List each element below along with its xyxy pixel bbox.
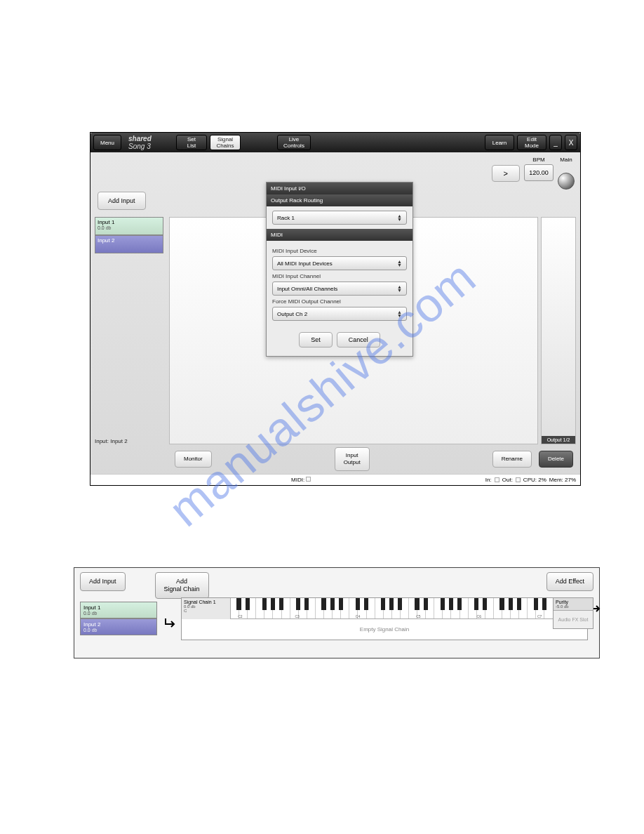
out-led — [516, 477, 521, 482]
main-label: Main — [558, 157, 575, 163]
rack-dropdown[interactable]: Rack 1 ▲▼ — [272, 211, 407, 225]
cancel-button[interactable]: Cancel — [337, 332, 380, 348]
f2-add-input-button[interactable]: Add Input — [80, 572, 126, 591]
bpm-value[interactable]: 120.00 — [524, 164, 554, 181]
effect-box[interactable]: Purity -5.0 db Audio FX Slot — [553, 597, 593, 629]
bpm-box: BPM 120.00 — [524, 157, 554, 181]
output-label: Output 1/2 — [542, 436, 575, 444]
midi-device-dropdown[interactable]: All MIDI Input Devices ▲▼ — [272, 256, 407, 270]
down-icon: ▼ — [397, 218, 402, 221]
main-area: Add Input Input 1 0.0 db Input 2 Output … — [90, 192, 580, 444]
livecontrols-tab[interactable]: Live Controls — [277, 135, 311, 150]
f2-input-1[interactable]: Input 1 0.0 db — [80, 602, 157, 618]
effect-slot[interactable]: Audio FX Slot — [554, 611, 593, 628]
io-button[interactable]: Input Output — [335, 447, 370, 471]
label-midi-channel: MIDI Input Channel — [272, 273, 407, 279]
status-mem: Mem: 27% — [549, 477, 576, 483]
f2-input-2[interactable]: Input 2 0.0 db — [80, 618, 157, 635]
app-window: Menu shared Song 3 Set List Signal Chain… — [90, 132, 581, 486]
signalchains-tab[interactable]: Signal Chains — [210, 135, 241, 150]
chain-label: Signal Chain 1 0.0 db C — [182, 598, 231, 619]
editmode-button[interactable]: Edit Mode — [517, 135, 546, 150]
current-input-tag: Input: Input 2 — [95, 438, 128, 444]
midi-channel-dropdown[interactable]: Input Omni/All Channels ▲▼ — [272, 282, 407, 296]
minimize-button[interactable]: _ — [549, 135, 562, 150]
learn-button[interactable]: Learn — [485, 135, 514, 150]
play-button[interactable]: > — [492, 165, 520, 182]
status-out: Out: — [502, 477, 513, 483]
input-row-1[interactable]: Input 1 0.0 db — [95, 217, 163, 235]
main-box: Main — [558, 157, 575, 192]
input-list: Input 1 0.0 db Input 2 — [95, 217, 163, 253]
delete-button[interactable]: Delete — [539, 451, 573, 468]
song-name: shared Song 3 — [124, 135, 173, 150]
rename-button[interactable]: Rename — [492, 451, 532, 468]
status-in: In: — [485, 477, 492, 483]
input-row-2[interactable]: Input 2 — [95, 235, 163, 253]
bottom-controls: Monitor Input Output Rename Delete — [90, 444, 580, 474]
figure-2: Add Input Add Signal Chain Add Effect In… — [74, 567, 600, 658]
set-button[interactable]: Set — [299, 332, 333, 348]
f2-input-list: Input 1 0.0 db Input 2 0.0 db — [74, 602, 157, 635]
signal-chain-box[interactable]: Signal Chain 1 0.0 db C C2 C3 C4 C5 C6 C… — [181, 597, 588, 640]
setlist-tab[interactable]: Set List — [176, 135, 207, 150]
arrow-1-icon — [164, 617, 178, 631]
output-channel-dropdown[interactable]: Output Ch 2 ▲▼ — [272, 307, 407, 321]
f2-add-chain-button[interactable]: Add Signal Chain — [155, 572, 209, 599]
keyboard[interactable]: C2 C3 C4 C5 C6 C7 — [231, 598, 587, 619]
label-midi-device: MIDI Input Device — [272, 248, 407, 254]
add-input-button[interactable]: Add Input — [98, 192, 146, 210]
effect-name: Purity -5.0 db — [554, 598, 593, 611]
in-led — [495, 477, 499, 482]
midi-led — [306, 477, 311, 482]
menu-button[interactable]: Menu — [93, 135, 121, 150]
close-button[interactable]: X — [565, 135, 577, 150]
status-cpu: CPU: 2% — [523, 477, 546, 483]
status-bar: MIDI: In: Out: CPU: 2% Mem: 27% — [90, 474, 580, 485]
monitor-button[interactable]: Monitor — [175, 451, 212, 468]
label-force-channel: Force MIDI Output Channel — [272, 298, 407, 305]
empty-chain-slot[interactable]: Empty Signal Chain — [182, 619, 587, 640]
dialog-section-midi: MIDI — [267, 229, 412, 241]
output-column[interactable]: Output 1/2 — [541, 217, 576, 444]
status-midi: MIDI: — [291, 477, 304, 483]
main-knob[interactable] — [558, 173, 575, 190]
bpm-label: BPM — [524, 157, 554, 163]
dialog-title: MIDI Input I/O — [267, 183, 412, 194]
f2-add-effect-button[interactable]: Add Effect — [546, 572, 593, 591]
midi-io-dialog: MIDI Input I/O Output Rack Routing Rack … — [266, 182, 413, 357]
titlebar: Menu shared Song 3 Set List Signal Chain… — [90, 133, 580, 152]
dialog-section-routing: Output Rack Routing — [267, 194, 412, 206]
